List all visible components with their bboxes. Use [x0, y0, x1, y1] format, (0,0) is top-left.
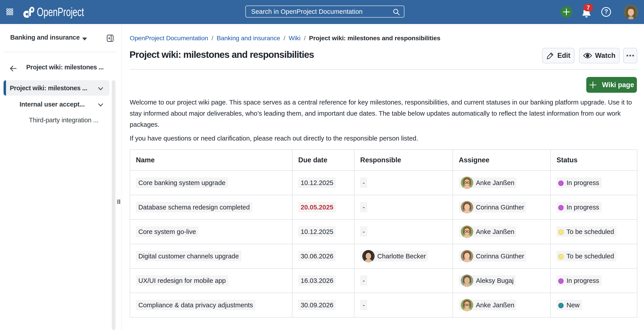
svg-text:OpenProject: OpenProject [37, 5, 84, 19]
